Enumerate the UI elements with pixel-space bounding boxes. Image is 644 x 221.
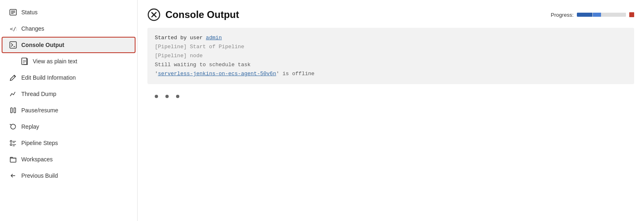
pause-resume-label: Pause/resume — [21, 107, 58, 114]
thread-dump-icon — [9, 90, 17, 98]
workspaces-label: Workspaces — [21, 156, 53, 163]
main-content: Console Output Progress: Started by user… — [138, 0, 644, 221]
status-icon — [9, 8, 17, 16]
console-line-4: Still waiting to schedule task — [155, 60, 627, 69]
console-line5-prefix: ' — [155, 71, 158, 77]
console-output-icon — [9, 41, 17, 49]
pipeline-steps-icon — [9, 139, 17, 147]
status-label: Status — [21, 9, 38, 16]
console-line-1: Started by user admin — [155, 33, 627, 42]
changes-icon: </> — [9, 25, 17, 33]
agent-link[interactable]: serverless-jenkins-on-ecs-agent-50v6n — [158, 71, 276, 77]
dot-3 — [176, 95, 179, 98]
svg-rect-13 — [14, 108, 16, 113]
progress-stop-icon[interactable] — [629, 12, 634, 17]
cancel-icon — [147, 8, 160, 21]
sidebar-item-workspaces[interactable]: Workspaces — [2, 151, 136, 167]
console-line5-suffix: ' is offline — [276, 71, 314, 77]
sidebar-item-changes[interactable]: </>Changes — [2, 20, 136, 37]
sidebar-item-edit-build-info[interactable]: Edit Build Information — [2, 69, 136, 86]
pipeline-steps-label: Pipeline Steps — [21, 140, 58, 146]
changes-label: Changes — [21, 25, 44, 32]
edit-build-info-icon — [9, 74, 17, 82]
progress-label: Progress: — [551, 12, 574, 18]
replay-label: Replay — [21, 123, 39, 130]
sidebar-item-pipeline-steps[interactable]: Pipeline Steps — [2, 135, 136, 151]
console-output-label: Console Output — [21, 42, 64, 48]
svg-rect-12 — [11, 108, 12, 113]
sidebar: Status</>ChangesConsole OutputView as pl… — [0, 0, 138, 221]
progress-bar — [577, 13, 626, 17]
replay-icon — [9, 123, 17, 131]
svg-text:</>: </> — [10, 26, 17, 32]
thread-dump-label: Thread Dump — [21, 91, 56, 97]
sidebar-item-status[interactable]: Status — [2, 4, 136, 20]
progress-area: Progress: — [551, 12, 634, 18]
sidebar-item-replay[interactable]: Replay — [2, 118, 136, 135]
progress-active — [593, 13, 601, 17]
console-line-2: [Pipeline] Start of Pipeline — [155, 42, 627, 51]
edit-build-info-label: Edit Build Information — [21, 74, 76, 81]
svg-rect-7 — [22, 58, 27, 65]
progress-filled — [577, 13, 592, 17]
previous-build-label: Previous Build — [21, 172, 58, 179]
previous-build-icon — [9, 172, 17, 180]
main-title: Console Output — [147, 8, 239, 21]
console-line-3: [Pipeline] node — [155, 51, 627, 60]
view-plain-text-icon — [20, 57, 29, 65]
sidebar-item-thread-dump[interactable]: Thread Dump — [2, 86, 136, 102]
pause-resume-icon — [9, 106, 17, 114]
svg-rect-14 — [10, 141, 12, 142]
view-plain-text-label: View as plain text — [33, 58, 77, 65]
dot-2 — [165, 95, 169, 98]
sidebar-item-previous-build[interactable]: Previous Build — [2, 167, 136, 184]
sidebar-item-view-plain-text[interactable]: View as plain text — [2, 53, 136, 69]
main-header: Console Output Progress: — [147, 8, 634, 21]
sidebar-item-console-output[interactable]: Console Output — [2, 37, 136, 53]
workspaces-icon — [9, 155, 17, 163]
page-title: Console Output — [165, 9, 239, 20]
console-line1-prefix: Started by user — [155, 35, 206, 41]
dot-1 — [155, 95, 158, 98]
console-line-5: 'serverless-jenkins-on-ecs-agent-50v6n' … — [155, 69, 627, 78]
svg-rect-15 — [10, 144, 12, 145]
sidebar-item-pause-resume[interactable]: Pause/resume — [2, 102, 136, 118]
admin-link[interactable]: admin — [206, 35, 222, 41]
console-output-block: Started by user admin [Pipeline] Start o… — [147, 28, 634, 84]
progress-empty — [601, 13, 626, 17]
loading-dots — [147, 92, 634, 100]
